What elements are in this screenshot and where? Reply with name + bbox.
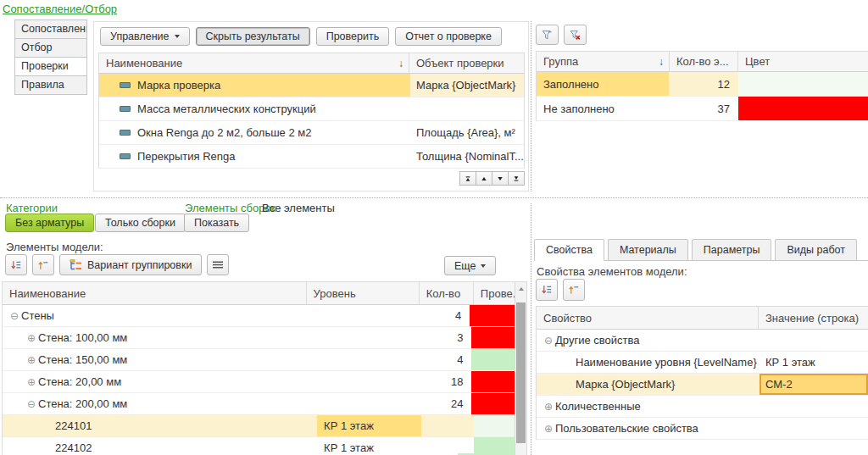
expand-node-icon[interactable]: ⊕: [25, 376, 38, 388]
collapse-node-icon[interactable]: ⊖: [8, 310, 21, 322]
checks-row[interactable]: Марка проверкаМарка {ObjectMark}: [99, 74, 524, 97]
reorder-buttons: [460, 171, 525, 186]
expand-node-icon[interactable]: ⊕: [542, 423, 555, 435]
properties-tab-item[interactable]: Материалы: [608, 239, 688, 261]
properties-tab-item[interactable]: Виды работ: [775, 239, 857, 261]
expand-node-icon[interactable]: ⊕: [542, 401, 555, 413]
property-row[interactable]: Марка {ObjectMark}СМ-2: [537, 374, 868, 396]
collapse-all-button[interactable]: [536, 279, 558, 301]
scrollbar-thumb[interactable]: [516, 302, 526, 443]
bottom-panel-splitter[interactable]: [531, 203, 531, 455]
property-row[interactable]: ⊕Пользовательские свойства: [537, 418, 868, 440]
model-row[interactable]: ⊖Стена: 200,00 мм24: [3, 393, 526, 415]
name-cell: 224102: [3, 437, 317, 455]
count-cell: 18: [418, 371, 471, 392]
vertical-scrollbar[interactable]: [515, 282, 526, 455]
grouping-variant-button[interactable]: Вариант группировки: [59, 254, 202, 275]
color-cell: [738, 97, 868, 120]
checks-toolbar: Управление Скрыть результаты Проверить О…: [100, 27, 502, 46]
manage-menu-label: Управление: [110, 31, 170, 42]
column-header-property[interactable]: Свойство: [537, 307, 758, 329]
move-down-button[interactable]: [492, 171, 509, 186]
properties-label: Свойства элементов модели:: [537, 265, 687, 278]
property-row[interactable]: ⊖Другие свойства: [537, 330, 868, 352]
column-header-color[interactable]: Цвет: [737, 52, 868, 71]
vertical-tab-item[interactable]: Правила: [14, 75, 87, 95]
column-header-group[interactable]: Группа ↓: [537, 52, 669, 71]
name-cell: Марка проверка: [99, 74, 410, 97]
model-elements-toolbar: Вариант группировки: [5, 254, 229, 275]
object-cell: [410, 97, 524, 120]
vertical-tab-item[interactable]: Отбор: [14, 38, 87, 58]
matching-selection-link[interactable]: Сопоставление/Отбор: [3, 3, 117, 15]
clear-filter-button[interactable]: [564, 25, 587, 45]
vertical-tab-active[interactable]: Проверки: [14, 57, 87, 76]
properties-tab-item[interactable]: Параметры: [692, 239, 772, 261]
expand-all-button[interactable]: [32, 254, 54, 275]
manage-menu-button[interactable]: Управление: [100, 27, 190, 46]
column-header-object[interactable]: Объект проверки: [409, 53, 524, 73]
no-rebar-button[interactable]: Без арматуры: [5, 214, 94, 232]
column-header-level[interactable]: Уровень: [306, 282, 419, 304]
column-header-name[interactable]: Наименование ↓: [99, 53, 409, 73]
collapse-all-button[interactable]: [5, 254, 27, 275]
collapse-all-icon: [542, 284, 552, 296]
sort-descending-icon: ↓: [398, 58, 409, 69]
model-row[interactable]: ⊕Стена: 20,00 мм18: [3, 371, 526, 393]
name-text: Стена: 150,00 мм: [38, 353, 127, 366]
categories-link[interactable]: Категории: [6, 202, 58, 214]
level-cell: КР 1 этаж: [317, 415, 421, 436]
show-button[interactable]: Показать: [184, 214, 249, 232]
collapse-node-icon[interactable]: ⊖: [25, 398, 38, 410]
checks-row[interactable]: Перекрытия RengaТолщина {NominalT...: [99, 145, 524, 169]
column-header-count[interactable]: Кол-во э...: [669, 52, 737, 71]
scrollbar-up-button[interactable]: [515, 282, 526, 295]
level-cell: [310, 349, 419, 370]
property-row[interactable]: Наименование уровня {LevelName}КР 1 этаж: [537, 352, 868, 374]
model-row[interactable]: 224102КР 1 этаж: [3, 437, 526, 455]
horizontal-splitter[interactable]: [0, 197, 868, 198]
column-header-count[interactable]: Кол-во: [419, 282, 473, 304]
more-button[interactable]: Еще: [444, 256, 496, 275]
model-row[interactable]: ⊕Стена: 150,00 мм4: [3, 349, 526, 371]
value-cell: [760, 330, 868, 351]
checks-row[interactable]: Масса металлических конструкций: [99, 97, 524, 121]
hide-results-button[interactable]: Скрыть результаты: [196, 27, 310, 46]
expand-node-icon[interactable]: ⊕: [25, 332, 38, 344]
checks-row[interactable]: Окна Renga до 2 м2, больше 2 м2Площадь {…: [99, 121, 524, 145]
set-filter-button[interactable]: [536, 25, 559, 45]
filter-icon: [542, 29, 553, 42]
expand-all-button[interactable]: [563, 279, 585, 301]
properties-tab-active[interactable]: Свойства: [534, 239, 604, 261]
column-header-name[interactable]: Наименование: [3, 282, 306, 304]
move-bottom-button[interactable]: [508, 171, 525, 186]
expand-node-icon[interactable]: ⊕: [25, 354, 38, 366]
column-header-value[interactable]: Значение (строка): [758, 307, 868, 329]
model-row[interactable]: ⊖Стены4: [3, 305, 526, 327]
check-report-button[interactable]: Отчет о проверке: [395, 27, 502, 46]
name-text: 224102: [55, 441, 92, 454]
model-row[interactable]: ⊕Стена: 100,00 мм3: [3, 327, 526, 349]
scroll-up-icon: [519, 287, 524, 291]
property-row[interactable]: ⊕Количественные: [537, 396, 868, 418]
column-header-group-label: Группа: [543, 55, 578, 68]
vertical-tab-item[interactable]: Сопоставление: [14, 19, 87, 39]
groups-row[interactable]: Заполнено12: [537, 72, 868, 97]
object-cell: Толщина {NominalT...: [410, 145, 524, 168]
value-cell: [760, 418, 868, 439]
move-up-button[interactable]: [476, 171, 492, 186]
value-cell[interactable]: СМ-2: [760, 374, 868, 395]
level-cell: [310, 327, 419, 348]
model-table-body: ⊖Стены4⊕Стена: 100,00 мм3⊕Стена: 150,00 …: [3, 305, 526, 455]
move-top-button[interactable]: [459, 171, 476, 186]
list-menu-button[interactable]: [207, 254, 229, 275]
name-cell: Масса металлических конструкций: [99, 97, 410, 120]
check-button[interactable]: Проверить: [316, 27, 390, 46]
collapse-node-icon[interactable]: ⊖: [542, 335, 555, 347]
groups-row[interactable]: Не заполнено37: [537, 97, 868, 121]
only-assemblies-button[interactable]: Только сборки: [95, 214, 186, 232]
name-text: Окна Renga до 2 м2, больше 2 м2: [137, 126, 311, 139]
model-row[interactable]: 224101КР 1 этаж: [3, 415, 526, 437]
top-panel-splitter[interactable]: [531, 21, 531, 191]
grouping-icon: [70, 259, 82, 271]
